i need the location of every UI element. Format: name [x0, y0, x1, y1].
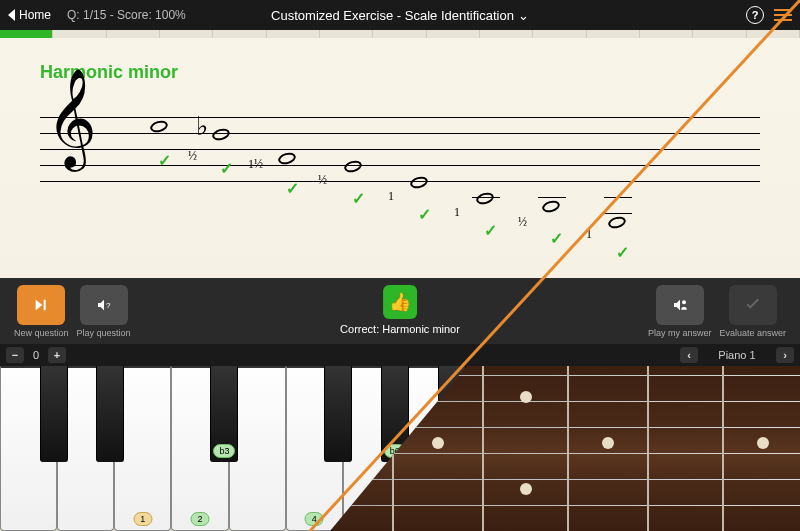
check-icon: ✓ — [484, 221, 497, 240]
interval-label: 1 — [388, 189, 394, 204]
check-icon: ✓ — [616, 243, 629, 262]
interval-label: 1 — [586, 227, 592, 242]
interval-label: 1½ — [248, 157, 263, 172]
scale-name-label: Harmonic minor — [40, 62, 760, 83]
key-degree-label: b3 — [213, 444, 235, 458]
exercise-title[interactable]: Customized Exercise - Scale Identificati… — [271, 8, 529, 23]
staff-area: Harmonic minor 𝄞 ♭ ✓ ½ ✓ 1½ ✓ ½ ✓ 1 ✓ 1 … — [0, 38, 800, 278]
speaker-user-icon — [670, 297, 690, 313]
black-key[interactable] — [40, 366, 68, 462]
black-key[interactable] — [324, 366, 352, 462]
fret-marker-icon — [757, 437, 769, 449]
octave-value: 0 — [24, 349, 48, 361]
check-icon — [742, 294, 764, 316]
note — [607, 215, 627, 230]
octave-down-button[interactable]: − — [6, 347, 24, 363]
black-key[interactable]: b3 — [210, 366, 238, 462]
black-key[interactable] — [96, 366, 124, 462]
note — [277, 151, 297, 166]
note — [343, 159, 363, 174]
treble-clef-icon: 𝄞 — [46, 75, 97, 161]
feedback-panel: 👍 Correct: Harmonic minor — [340, 285, 460, 335]
instrument-prev-button[interactable]: ‹ — [680, 347, 698, 363]
key-degree-label: 1 — [133, 512, 152, 526]
thumbs-up-icon: 👍 — [383, 285, 417, 319]
check-icon: ✓ — [550, 229, 563, 248]
octave-up-button[interactable]: + — [48, 347, 66, 363]
check-icon: ✓ — [352, 189, 365, 208]
menu-icon[interactable] — [774, 9, 792, 21]
interval-label: ½ — [518, 215, 527, 230]
interval-label: ½ — [318, 173, 327, 188]
note — [149, 119, 169, 134]
instrument-bar: − 0 + ‹ Piano 1 › — [0, 344, 800, 366]
check-icon: ✓ — [286, 179, 299, 198]
fret-marker-icon — [602, 437, 614, 449]
instrument-name[interactable]: Piano 1 — [702, 349, 772, 361]
music-staff: 𝄞 ♭ ✓ ½ ✓ 1½ ✓ ½ ✓ 1 ✓ 1 ✓ ½ ✓ 1 ✓ — [40, 93, 760, 243]
question-score: Q: 1/15 - Score: 100% — [67, 8, 186, 22]
play-my-answer-button[interactable]: Play my answer — [648, 285, 712, 338]
back-arrow-icon — [8, 9, 15, 21]
evaluate-answer-button[interactable]: Evaluate answer — [719, 285, 786, 338]
home-label: Home — [19, 8, 51, 22]
key-degree-label: 4 — [305, 512, 324, 526]
progress-strip — [0, 30, 800, 38]
interval-label: ½ — [188, 149, 197, 164]
speaker-question-icon: ? — [94, 297, 114, 313]
instrument-next-button[interactable]: › — [776, 347, 794, 363]
fret-marker-icon — [520, 391, 532, 403]
fret-marker-icon — [520, 483, 532, 495]
fret-marker-icon — [432, 437, 444, 449]
flat-icon: ♭ — [196, 111, 208, 142]
note — [211, 127, 231, 142]
next-icon — [31, 297, 51, 313]
home-button[interactable]: Home — [8, 8, 51, 22]
check-icon: ✓ — [418, 205, 431, 224]
new-question-button[interactable]: New question — [14, 285, 69, 338]
feedback-text: Correct: Harmonic minor — [340, 323, 460, 335]
chevron-down-icon: ⌄ — [518, 8, 529, 23]
note — [409, 175, 429, 190]
svg-text:?: ? — [106, 300, 111, 309]
help-icon[interactable]: ? — [746, 6, 764, 24]
keyboard-area: 1 2 4 5 1 b3 b6 7 — [0, 366, 800, 531]
note — [541, 199, 561, 214]
svg-point-1 — [682, 300, 686, 304]
check-icon: ✓ — [220, 159, 233, 178]
check-icon: ✓ — [158, 151, 171, 170]
note — [475, 191, 495, 206]
play-question-button[interactable]: ? Play question — [77, 285, 131, 338]
interval-label: 1 — [454, 205, 460, 220]
key-degree-label: 2 — [190, 512, 209, 526]
app-header: Home Q: 1/15 - Score: 100% Customized Ex… — [0, 0, 800, 30]
